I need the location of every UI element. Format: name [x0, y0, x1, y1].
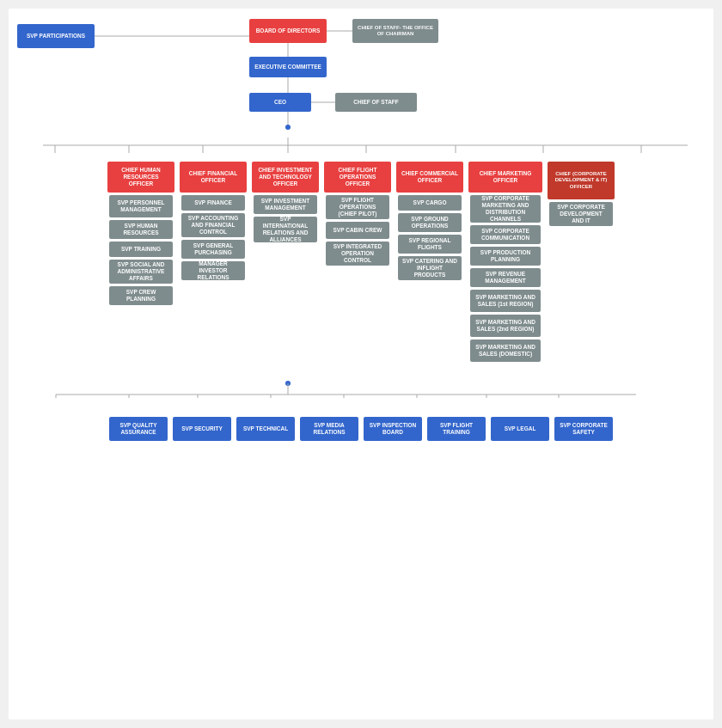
comm-sub-1: SVP CARGO — [398, 195, 462, 211]
comm-sub-3: SVP REGIONAL FLIGHTS — [398, 235, 462, 254]
chief-of-staff-top-box: CHIEF OF STAFF- THE OFFICE OF CHAIRMAN — [352, 19, 438, 43]
col-commercial: CHIEF COMMERCIAL OFFICER SVP CARGO SVP G… — [395, 162, 464, 280]
chief-corp-dev-header: CHIEF (CORPORATE DEVELOPMENT & IT) OFFIC… — [548, 162, 615, 199]
flight-sub-3: SVP INTEGRATED OPERATION CONTROL — [326, 242, 389, 266]
mkt-sub-7: SVP MARKETING AND SALES (DOMESTIC) — [470, 340, 541, 362]
chief-flight-header: CHIEF FLIGHT OPERATIONS OFFICER — [324, 162, 391, 193]
mkt-sub-5: SVP MARKETING AND SALES (1st REGION) — [470, 290, 541, 312]
chart-wrapper: SVP PARTICIPATIONS BOARD OF DIRECTORS CH… — [17, 17, 705, 441]
hr-sub-5: SVP CREW PLANNING — [109, 286, 173, 305]
comm-sub-2: SVP GROUND OPERATIONS — [398, 213, 462, 232]
board-box: BOARD OF DIRECTORS — [249, 19, 327, 43]
chief-of-staff-box: CHIEF OF STAFF — [335, 93, 417, 112]
col-investment: CHIEF INVESTMENT AND TECHNOLOGY OFFICER … — [251, 162, 320, 242]
col-flight-ops: CHIEF FLIGHT OPERATIONS OFFICER SVP FLIG… — [323, 162, 392, 266]
bottom-row: SVP QUALITY ASSURANCE SVP SECURITY SVP T… — [17, 413, 705, 441]
bottom-3: SVP TECHNICAL — [236, 417, 295, 441]
col-marketing: CHIEF MARKETING OFFICER SVP CORPORATE MA… — [468, 162, 543, 362]
chief-commercial-header: CHIEF COMMERCIAL OFFICER — [396, 162, 463, 193]
bottom-4: SVP MEDIA RELATIONS — [300, 417, 358, 441]
fin-sub-4: MANAGER INVESTOR RELATIONS — [181, 261, 245, 280]
bottom-h-line — [17, 379, 705, 398]
fin-sub-1: SVP FINANCE — [181, 195, 245, 211]
bottom-1: SVP QUALITY ASSURANCE — [109, 417, 168, 441]
hr-sub-1: SVP PERSONNEL MANAGEMENT — [109, 195, 173, 217]
svg-point-6 — [285, 125, 291, 130]
chief-of-staff: CHIEF OF STAFF — [335, 93, 417, 112]
bottom-5: SVP INSPECTION BOARD — [364, 417, 422, 441]
fin-sub-3: SVP GENERAL PURCHASING — [181, 240, 245, 259]
svp-participations: SVP PARTICIPATIONS — [17, 24, 95, 48]
top-section: SVP PARTICIPATIONS BOARD OF DIRECTORS CH… — [17, 17, 705, 138]
hr-sub-2: SVP HUMAN RESOURCES — [109, 220, 173, 239]
exec-committee-box: EXECUTIVE COMMITTEE — [249, 57, 327, 77]
chief-financial-header: CHIEF FINANCIAL OFFICER — [180, 162, 247, 193]
inv-sub-1: SVP INVESTMENT MANAGEMENT — [254, 195, 317, 214]
main-h-line — [17, 138, 705, 153]
mkt-sub-4: SVP REVENUE MANAGEMENT — [470, 268, 541, 287]
hr-sub-3: SVP TRAINING — [109, 242, 173, 257]
flight-sub-2: SVP CABIN CREW — [326, 222, 389, 239]
hr-sub-4: SVP SOCIAL AND ADMINISTRATIVE AFFAIRS — [109, 260, 173, 284]
mkt-sub-6: SVP MARKETING AND SALES (2nd REGION) — [470, 315, 541, 337]
h-connector — [17, 138, 705, 155]
bottom-2: SVP SECURITY — [173, 417, 231, 441]
mkt-sub-3: SVP PRODUCTION PLANNING — [470, 247, 541, 266]
chief-marketing-header: CHIEF MARKETING OFFICER — [468, 162, 542, 193]
bottom-8: SVP CORPORATE SAFETY — [554, 417, 613, 441]
main-columns: CHIEF HUMAN RESOURCES OFFICER SVP PERSON… — [17, 162, 705, 362]
mkt-sub-2: SVP CORPORATE COMMUNICATION — [470, 225, 541, 244]
col-financial: CHIEF FINANCIAL OFFICER SVP FINANCE SVP … — [179, 162, 248, 280]
chief-investment-header: CHIEF INVESTMENT AND TECHNOLOGY OFFICER — [252, 162, 319, 193]
bottom-6: SVP FLIGHT TRAINING — [427, 417, 486, 441]
inv-sub-2: SVP INTERNATIONAL RELATIONS AND ALLIANCE… — [254, 217, 317, 242]
board-of-directors: BOARD OF DIRECTORS — [249, 19, 327, 43]
ceo: CEO — [249, 93, 311, 112]
bottom-7: SVP LEGAL — [491, 417, 549, 441]
fin-sub-2: SVP ACCOUNTING AND FINANCIAL CONTROL — [181, 213, 245, 237]
svp-participations-box: SVP PARTICIPATIONS — [17, 24, 95, 48]
comm-sub-4: SVP CATERING AND INFLIGHT PRODUCTS — [398, 256, 462, 280]
org-chart: SVP PARTICIPATIONS BOARD OF DIRECTORS CH… — [9, 9, 713, 719]
mkt-sub-1: SVP CORPORATE MARKETING AND DISTRIBUTION… — [470, 195, 541, 223]
bottom-connector — [17, 379, 705, 400]
col-corporate-dev: CHIEF (CORPORATE DEVELOPMENT & IT) OFFIC… — [547, 162, 615, 226]
chief-hr-header: CHIEF HUMAN RESOURCES OFFICER — [107, 162, 174, 193]
ceo-box: CEO — [249, 93, 311, 112]
chief-of-staff-top: CHIEF OF STAFF- THE OFFICE OF CHAIRMAN — [352, 19, 438, 43]
executive-committee: EXECUTIVE COMMITTEE — [249, 57, 327, 77]
flight-sub-1: SVP FLIGHT OPERATIONS (CHIEF PILOT) — [326, 195, 389, 219]
corp-sub-1: SVP CORPORATE DEVELOPMENT AND IT — [549, 202, 613, 226]
col-human-resources: CHIEF HUMAN RESOURCES OFFICER SVP PERSON… — [107, 162, 175, 305]
